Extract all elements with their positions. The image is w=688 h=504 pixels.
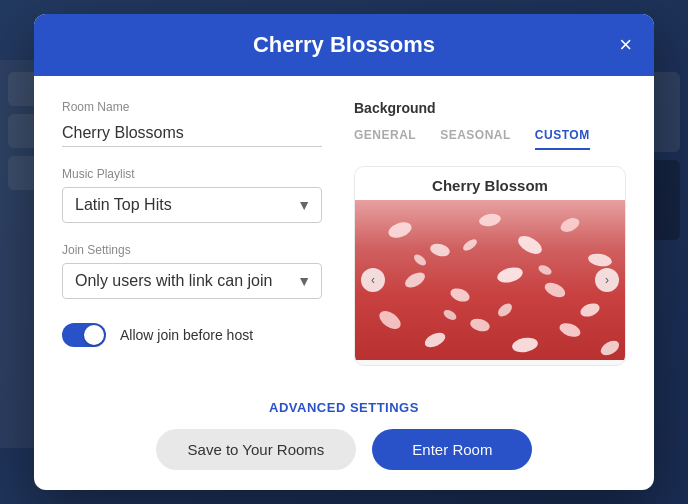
preview-title: Cherry Blossom	[355, 167, 625, 200]
join-label: Join Settings	[62, 243, 322, 257]
left-column: Room Name Music Playlist Latin Top Hits …	[62, 100, 322, 366]
modal-header: Cherry Blossoms ×	[34, 14, 654, 76]
svg-point-4	[558, 215, 581, 234]
cherry-blossom-background	[355, 200, 625, 360]
svg-point-20	[496, 301, 515, 319]
modal-title: Cherry Blossoms	[253, 32, 435, 58]
svg-point-2	[478, 212, 502, 228]
preview-image: ‹ ›	[355, 200, 625, 360]
preview-prev-button[interactable]: ‹	[361, 268, 385, 292]
join-dropdown-arrow: ▼	[297, 273, 311, 289]
music-value: Latin Top Hits	[75, 196, 172, 214]
svg-point-14	[511, 336, 539, 354]
enter-room-button[interactable]: Enter Room	[372, 429, 532, 470]
right-column: Background GENERAL SEASONAL CUSTOM Cherr…	[354, 100, 626, 366]
room-name-input[interactable]	[62, 120, 322, 147]
music-playlist-field: Music Playlist Latin Top Hits ▼	[62, 167, 322, 223]
svg-point-17	[412, 252, 428, 267]
svg-point-21	[442, 308, 458, 322]
svg-point-19	[537, 263, 553, 276]
close-button[interactable]: ×	[615, 30, 636, 60]
music-label: Music Playlist	[62, 167, 322, 181]
svg-point-9	[542, 280, 567, 300]
modal: Cherry Blossoms × Room Name Music Playli…	[34, 14, 654, 490]
footer-buttons: Save to Your Rooms Enter Room	[62, 429, 626, 470]
join-select[interactable]: Only users with link can join ▼	[62, 263, 322, 299]
svg-point-18	[461, 237, 479, 253]
svg-point-1	[429, 242, 451, 259]
svg-point-12	[422, 330, 447, 350]
tab-custom[interactable]: CUSTOM	[535, 128, 590, 150]
tab-seasonal[interactable]: SEASONAL	[440, 128, 511, 150]
music-select[interactable]: Latin Top Hits ▼	[62, 187, 322, 223]
background-tabs: GENERAL SEASONAL CUSTOM	[354, 128, 626, 150]
svg-point-16	[598, 338, 621, 358]
svg-point-3	[515, 232, 545, 257]
svg-point-5	[587, 252, 613, 268]
join-settings-field: Join Settings Only users with link can j…	[62, 243, 322, 299]
advanced-settings-link[interactable]: ADVANCED SETTINGS	[269, 400, 419, 415]
tab-general[interactable]: GENERAL	[354, 128, 416, 150]
svg-point-13	[469, 317, 491, 334]
toggle-knob	[84, 325, 104, 345]
join-before-host-toggle[interactable]	[62, 323, 106, 347]
svg-point-10	[579, 301, 602, 319]
toggle-label: Allow join before host	[120, 327, 253, 343]
music-dropdown-arrow: ▼	[297, 197, 311, 213]
background-preview: Cherry Blossom	[354, 166, 626, 366]
svg-point-8	[496, 265, 525, 285]
room-name-field: Room Name	[62, 100, 322, 147]
save-button[interactable]: Save to Your Rooms	[156, 429, 357, 470]
modal-body: Room Name Music Playlist Latin Top Hits …	[34, 76, 654, 390]
svg-point-15	[558, 321, 583, 340]
preview-next-button[interactable]: ›	[595, 268, 619, 292]
toggle-row: Allow join before host	[62, 323, 322, 347]
svg-point-6	[402, 269, 427, 290]
svg-point-11	[376, 307, 404, 332]
svg-point-7	[449, 286, 472, 304]
background-section-title: Background	[354, 100, 626, 116]
room-name-label: Room Name	[62, 100, 322, 114]
modal-backdrop: Cherry Blossoms × Room Name Music Playli…	[0, 0, 688, 504]
svg-point-0	[386, 219, 413, 240]
modal-footer: ADVANCED SETTINGS Save to Your Rooms Ent…	[34, 390, 654, 490]
join-value: Only users with link can join	[75, 272, 272, 290]
